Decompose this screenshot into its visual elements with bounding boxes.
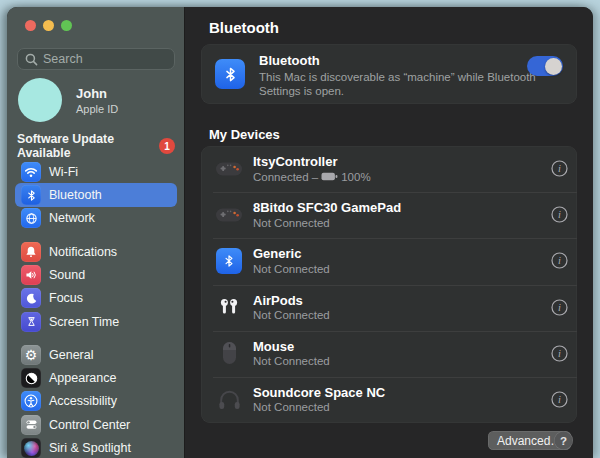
device-status: Not Connected — [253, 217, 330, 229]
sidebar-item-notifications[interactable]: Notifications — [15, 240, 177, 263]
sidebar-item-label: Notifications — [49, 245, 117, 259]
sidebar-item-appearance[interactable]: Appearance — [15, 366, 177, 389]
sidebar-group-network: Wi-Fi Bluetooth Network — [15, 160, 177, 230]
sidebar-item-general[interactable]: ⚙ General — [15, 343, 177, 366]
device-row-generic[interactable]: Generic Not Connected i — [201, 238, 577, 284]
sidebar-item-siri[interactable]: Siri & Spotlight — [15, 437, 177, 458]
gear-icon: ⚙ — [21, 345, 41, 365]
battery-percent: 100% — [341, 171, 370, 183]
search-input[interactable] — [43, 52, 167, 66]
sidebar-item-label: Focus — [49, 291, 83, 305]
info-icon[interactable]: i — [551, 160, 568, 177]
bluetooth-icon — [21, 185, 41, 205]
sidebar-item-label: Appearance — [49, 371, 116, 385]
battery-icon — [321, 172, 338, 181]
device-name: Soundcore Space NC — [253, 385, 385, 400]
device-row-8bitdo[interactable]: 8Bitdo SFC30 GamePad Not Connected i — [201, 192, 577, 238]
traffic-lights — [25, 20, 72, 31]
device-row-airpods[interactable]: AirPods Not Connected i — [201, 285, 577, 331]
search-icon — [25, 53, 38, 66]
sidebar-item-label: Network — [49, 211, 95, 225]
bluetooth-square-icon — [211, 238, 247, 284]
bluetooth-card-title: Bluetooth — [259, 53, 320, 68]
profile-name: John — [76, 86, 118, 101]
hourglass-icon — [21, 312, 41, 332]
sidebar-group-focus: Notifications Sound Focus Screen Time — [15, 240, 177, 334]
settings-sidebar: John Apple ID Software Update Available … — [7, 7, 185, 458]
device-status: Connected – 100% — [253, 171, 371, 183]
info-icon[interactable]: i — [551, 206, 568, 223]
speaker-icon — [21, 265, 41, 285]
device-status: Not Connected — [253, 401, 330, 413]
control-center-icon — [21, 415, 41, 435]
device-row-soundcore[interactable]: Soundcore Space NC Not Connected i — [201, 377, 577, 423]
globe-icon — [21, 208, 41, 228]
apple-id-row[interactable]: John Apple ID — [18, 78, 118, 122]
appearance-icon — [21, 368, 41, 388]
toggle-knob — [545, 58, 562, 75]
sidebar-item-label: General — [49, 348, 93, 362]
search-field[interactable] — [17, 48, 175, 70]
sidebar-item-label: Wi-Fi — [49, 165, 78, 179]
info-icon[interactable]: i — [551, 345, 568, 362]
device-name: AirPods — [253, 293, 303, 308]
close-button[interactable] — [25, 20, 36, 31]
accessibility-icon — [21, 391, 41, 411]
svg-text:i: i — [558, 348, 561, 359]
moon-icon — [21, 288, 41, 308]
device-name: ItsyController — [253, 154, 338, 169]
sidebar-item-label: Siri & Spotlight — [49, 441, 131, 455]
info-icon[interactable]: i — [551, 252, 568, 269]
software-update-label: Software Update Available — [17, 132, 159, 160]
sidebar-item-wifi[interactable]: Wi-Fi — [15, 160, 177, 183]
device-name: 8Bitdo SFC30 GamePad — [253, 200, 401, 215]
bell-icon — [21, 242, 41, 262]
sidebar-item-label: Sound — [49, 268, 85, 282]
sidebar-item-control-center[interactable]: Control Center — [15, 413, 177, 436]
svg-text:i: i — [558, 394, 561, 405]
svg-text:i: i — [558, 256, 561, 267]
bluetooth-toggle-card: Bluetooth This Mac is discoverable as “m… — [201, 44, 577, 104]
device-name: Mouse — [253, 339, 294, 354]
sidebar-item-bluetooth[interactable]: Bluetooth — [15, 183, 177, 206]
gamepad-icon — [211, 192, 247, 238]
software-update-banner[interactable]: Software Update Available 1 — [17, 136, 175, 156]
device-row-itsycontroller[interactable]: ItsyController Connected – 100% i — [201, 146, 577, 192]
my-devices-header: My Devices — [209, 127, 280, 142]
sidebar-item-network[interactable]: Network — [15, 207, 177, 230]
avatar — [18, 78, 62, 122]
sidebar-item-label: Control Center — [49, 418, 130, 432]
sidebar-item-label: Bluetooth — [49, 188, 102, 202]
help-button[interactable]: ? — [554, 431, 573, 450]
device-row-mouse[interactable]: Mouse Not Connected i — [201, 331, 577, 377]
bluetooth-toggle[interactable] — [527, 56, 563, 76]
device-status: Not Connected — [253, 355, 330, 367]
profile-subtitle: Apple ID — [76, 103, 118, 115]
bluetooth-card-description: This Mac is discoverable as “machine” wh… — [259, 70, 567, 98]
siri-icon — [21, 438, 41, 458]
update-count-badge: 1 — [159, 138, 175, 154]
airpods-icon — [211, 285, 247, 331]
sidebar-item-label: Accessibility — [49, 394, 117, 408]
headphones-icon — [211, 377, 247, 423]
bluetooth-app-icon — [215, 59, 245, 89]
svg-text:i: i — [558, 302, 561, 313]
minimize-button[interactable] — [43, 20, 54, 31]
sidebar-item-label: Screen Time — [49, 315, 119, 329]
bluetooth-pane: Bluetooth Bluetooth This Mac is discover… — [185, 7, 593, 458]
info-icon[interactable]: i — [551, 391, 568, 408]
sidebar-item-focus[interactable]: Focus — [15, 287, 177, 310]
device-status: Not Connected — [253, 309, 330, 321]
info-icon[interactable]: i — [551, 299, 568, 316]
zoom-button[interactable] — [61, 20, 72, 31]
device-name: Generic — [253, 246, 301, 261]
mouse-icon — [211, 331, 247, 377]
svg-text:i: i — [558, 209, 561, 220]
system-settings-window: John Apple ID Software Update Available … — [7, 7, 593, 458]
sidebar-item-sound[interactable]: Sound — [15, 263, 177, 286]
devices-list: ItsyController Connected – 100% i 8Bitdo… — [201, 146, 577, 423]
sidebar-item-accessibility[interactable]: Accessibility — [15, 390, 177, 413]
device-status: Not Connected — [253, 263, 330, 275]
sidebar-item-screen-time[interactable]: Screen Time — [15, 310, 177, 333]
gamepad-icon — [211, 146, 247, 192]
